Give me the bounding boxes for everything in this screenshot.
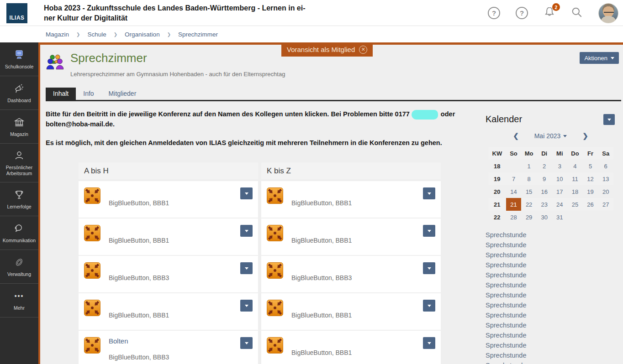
event-link-sprechstunde[interactable]: Sprechstunde	[486, 340, 616, 350]
sidebar-item-verwaltung[interactable]: Verwaltung	[0, 250, 38, 284]
breadcrumb-link-schule[interactable]: Schule	[87, 31, 106, 38]
event-link-sprechstunde[interactable]: Sprechstunde	[486, 260, 616, 270]
event-link-sprechstunde[interactable]: Sprechstunde	[486, 350, 616, 360]
calendar-day-5[interactable]: 5	[583, 160, 598, 172]
ilias-logo[interactable]: ILIAS	[6, 3, 27, 23]
row-actions-button[interactable]	[423, 262, 435, 274]
bigbluebutton-icon[interactable]	[267, 187, 283, 206]
calendar-day-3[interactable]: 3	[552, 160, 568, 172]
calendar-prev-month-icon[interactable]: ❮	[513, 132, 519, 140]
calendar-day-2[interactable]: 2	[537, 160, 552, 172]
event-link-sprechstunde[interactable]: Sprechstunde	[486, 230, 616, 240]
event-link-sprechstunde[interactable]: Sprechstunde	[486, 280, 616, 290]
calendar-day-20[interactable]: 20	[598, 185, 613, 198]
event-link-sprechstunde[interactable]: Sprechstunde	[486, 320, 616, 330]
calendar-actions-button[interactable]	[603, 114, 615, 125]
user-avatar[interactable]	[598, 3, 618, 23]
close-preview-icon[interactable]: ✕	[359, 46, 367, 54]
sidebar-item-magazin[interactable]: Magazin	[0, 110, 38, 144]
bigbluebutton-icon[interactable]	[84, 337, 100, 355]
row-actions-button[interactable]	[240, 300, 253, 312]
bigbluebutton-icon[interactable]	[267, 337, 283, 355]
event-link-sprechstunde[interactable]: Sprechstunde	[486, 300, 616, 310]
calendar-day-6[interactable]: 6	[598, 160, 613, 172]
bigbluebutton-icon[interactable]	[84, 300, 100, 318]
calendar-day-11[interactable]: 11	[567, 172, 583, 185]
row-actions-button[interactable]	[240, 225, 253, 237]
breadcrumb-link-organisation[interactable]: Organisation	[125, 31, 160, 38]
breadcrumb-link-sprechzimmer[interactable]: Sprechzimmer	[178, 31, 218, 38]
row-actions-button[interactable]	[423, 337, 435, 349]
calendar-day-19[interactable]: 19	[583, 185, 598, 198]
event-link-sprechstunde[interactable]: Sprechstunde	[486, 360, 616, 364]
calendar-day-22[interactable]: 22	[521, 198, 537, 211]
conference-row: BoltenBigBlueButton, BBB3	[79, 331, 258, 364]
calendar-day-17[interactable]: 17	[552, 185, 568, 198]
notifications-button[interactable]: 2	[544, 6, 555, 20]
row-actions-button[interactable]	[240, 262, 253, 274]
bigbluebutton-icon[interactable]	[267, 225, 283, 243]
row-actions-button[interactable]	[423, 300, 435, 312]
conference-link[interactable]: Bolten	[109, 337, 253, 345]
row-actions-button[interactable]	[240, 187, 253, 199]
calendar-day-13[interactable]: 13	[598, 172, 613, 185]
tab-info[interactable]: Info	[76, 88, 101, 100]
breadcrumb-link-magazin[interactable]: Magazin	[46, 31, 69, 38]
calendar-day-25[interactable]: 25	[567, 198, 583, 211]
calendar-events-list: SprechstundeSprechstundeSprechstundeSpre…	[486, 230, 616, 364]
calendar-next-month-icon[interactable]: ❯	[582, 132, 588, 140]
bigbluebutton-icon[interactable]	[84, 225, 100, 243]
tab-mitglieder[interactable]: Mitglieder	[101, 88, 144, 100]
sidebar-item-lernerfolge[interactable]: Lernerfolge	[0, 182, 38, 216]
conference-row: BigBlueButton, BBB1	[79, 181, 258, 218]
help-icon[interactable]: ?	[488, 7, 500, 19]
dashboard-icon	[14, 83, 25, 94]
calendar-day-12[interactable]: 12	[583, 172, 598, 185]
calendar-day-28[interactable]: 28	[506, 211, 522, 224]
tab-inhalt[interactable]: Inhalt	[46, 88, 76, 100]
row-actions-button[interactable]	[240, 337, 253, 349]
sidebar-item-mehr[interactable]: •••Mehr	[0, 284, 38, 317]
bigbluebutton-icon[interactable]	[267, 262, 283, 281]
event-link-sprechstunde[interactable]: Sprechstunde	[486, 310, 616, 320]
sidebar-item-schulkonsole[interactable]: Schulkonsole	[0, 42, 38, 76]
row-actions-button[interactable]	[423, 225, 435, 237]
calendar-day-8[interactable]: 8	[521, 172, 537, 185]
calendar-day-26[interactable]: 26	[583, 198, 598, 211]
calendar-day-31[interactable]: 31	[552, 211, 568, 224]
calendar-day-10[interactable]: 10	[552, 172, 568, 185]
actions-button[interactable]: Aktionen	[580, 52, 619, 64]
calendar-day-15[interactable]: 15	[521, 185, 537, 198]
calendar-day-29[interactable]: 29	[521, 211, 537, 224]
bigbluebutton-icon[interactable]	[84, 262, 100, 281]
calendar-day-30[interactable]: 30	[537, 211, 552, 224]
calendar-day-24[interactable]: 24	[552, 198, 568, 211]
sidebar-item-kommunikation[interactable]: Kommunikation	[0, 216, 38, 250]
bigbluebutton-icon[interactable]	[84, 187, 100, 206]
group-icon	[46, 54, 65, 72]
calendar-day-18[interactable]: 18	[567, 185, 583, 198]
calendar-day-23[interactable]: 23	[537, 198, 552, 211]
calendar-day-1[interactable]: 1	[521, 160, 537, 172]
conference-description: BigBlueButton, BBB3	[109, 354, 253, 361]
calendar-day-27[interactable]: 27	[598, 198, 613, 211]
event-link-sprechstunde[interactable]: Sprechstunde	[486, 240, 616, 250]
event-link-sprechstunde[interactable]: Sprechstunde	[486, 290, 616, 300]
calendar-day-14[interactable]: 14	[506, 185, 522, 198]
sidebar-item-arbeitsraum[interactable]: Persönlicher Arbeitsraum	[0, 144, 38, 182]
event-link-sprechstunde[interactable]: Sprechstunde	[486, 270, 616, 280]
calendar-day-4[interactable]: 4	[567, 160, 583, 172]
row-actions-button[interactable]	[423, 187, 435, 199]
event-link-sprechstunde[interactable]: Sprechstunde	[486, 330, 616, 340]
search-button[interactable]	[571, 6, 583, 20]
calendar-day-9[interactable]: 9	[537, 172, 552, 185]
calendar-day-16[interactable]: 16	[537, 185, 552, 198]
calendar-month-selector[interactable]: Mai 2023	[534, 132, 567, 140]
calendar-day-7[interactable]: 7	[506, 172, 522, 185]
schulkonsole-icon	[14, 49, 25, 61]
bigbluebutton-icon[interactable]	[267, 300, 283, 318]
support-help-icon[interactable]: ?	[516, 7, 528, 19]
calendar-day-21[interactable]: 21	[506, 198, 522, 211]
event-link-sprechstunde[interactable]: Sprechstunde	[486, 250, 616, 260]
sidebar-item-dashboard[interactable]: Dashboard	[0, 76, 38, 110]
